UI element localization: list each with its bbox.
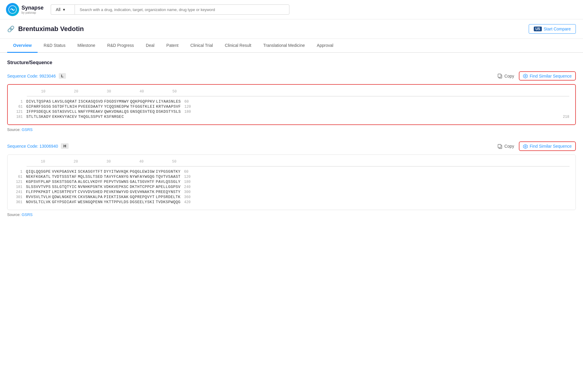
ruler-tick: 50 (158, 160, 191, 164)
find-similar-icon-1 (523, 73, 528, 78)
source-link-2[interactable]: GSRS (21, 212, 33, 217)
seq-line: 121 IFPPSDEQLK SGTASVVCLL NNFYPREAKV QWK… (14, 109, 569, 114)
sequence-block-1: Sequence Code: 9923046 L Copy (7, 71, 576, 132)
logo-area: Synapse by patsnap (6, 3, 44, 16)
seq-line: 61 GIPARFSGSG SGTDFTLNIH PVEEEDAATY YCQQ… (14, 104, 569, 109)
sequence-code-1: Sequence Code: 9923046 (7, 74, 56, 78)
seq-line: 181 SLSSVVTVPS SSLGTQTYIC NVNHKPSNTK VDK… (13, 185, 570, 189)
svg-marker-8 (523, 144, 528, 149)
sequence-header-2: Sequence Code: 13006940 H Copy (7, 141, 576, 151)
copy-icon-1 (498, 73, 502, 78)
tab-deal[interactable]: Deal (140, 39, 161, 53)
seq-line: 301 RVVSVLTVLH QDWLNGKEYK CKVSNKALPA PIE… (13, 195, 570, 199)
search-input[interactable] (75, 4, 289, 15)
drug-title-left: 🔗 Brentuximab Vedotin (7, 25, 84, 33)
sequence-code-2: Sequence Code: 13006940 (7, 144, 58, 149)
source-line-1: Source: GSRS (7, 127, 576, 132)
tab-approval[interactable]: Approval (311, 39, 339, 53)
sequence-block-2: Sequence Code: 13006940 H Copy (7, 141, 576, 217)
compare-count: U5 (534, 27, 542, 31)
source-link-1[interactable]: GSRS (21, 127, 33, 132)
find-similar-label-2: Find Similar Sequence (530, 144, 572, 149)
copy-label-2: Copy (504, 144, 514, 149)
search-area: All ▾ (51, 4, 289, 15)
sequence-badge-2: H (61, 143, 68, 149)
drug-name: Brentuximab Vedotin (18, 25, 84, 33)
source-line-2: Source: GSRS (7, 212, 576, 217)
search-type-label: All (56, 7, 61, 12)
find-similar-button-1[interactable]: Find Similar Sequence (519, 71, 576, 81)
sequence-box-1: 10 20 30 40 50 1 DIVLTQSPAS LAVSLGQRAT I… (7, 84, 576, 125)
compare-label: Start Compare (544, 27, 571, 31)
sequence-actions-1: Copy Find Similar Sequence (498, 71, 576, 81)
drug-icon: 🔗 (7, 25, 15, 33)
tabs-nav: Overview R&D Status Milestone R&D Progre… (0, 39, 583, 53)
ruler-tick: 10 (27, 160, 59, 164)
seq-line: 361 NOVSLTCLVK GFYPSDIAVF WESNGQPENN YKT… (13, 200, 570, 204)
header: Synapse by patsnap All ▾ (0, 0, 583, 19)
sequence-box-2[interactable]: 10 20 30 40 50 1 QIQLQQSGPE VVKPGASVKI S… (7, 155, 576, 210)
ruler-tick: 20 (60, 89, 92, 94)
find-similar-button-2[interactable]: Find Similar Sequence (519, 141, 576, 151)
copy-icon-2 (498, 143, 502, 149)
svg-point-1 (12, 9, 13, 10)
ruler-tick: 50 (158, 89, 191, 94)
source-label-1: Source: (7, 127, 21, 132)
sequence-actions-2: Copy Find Similar Sequence (498, 141, 576, 151)
seq-line: 61 NEKFKGKATL TVDTSSSTAF MQLSSLTSED TAVY… (13, 175, 570, 179)
ruler-line-2 (27, 166, 570, 166)
svg-rect-3 (498, 74, 501, 77)
seq-line: 1 DIVLTQSPAS LAVSLGQRAT ISCKASQSVD FDGDS… (14, 99, 569, 104)
logo-sub: by patsnap (21, 11, 44, 14)
svg-point-9 (525, 146, 526, 147)
source-label-2: Source: (7, 212, 21, 217)
seq-line: 1 QIQLQQSGPE VVKPGASVKI SCKASGYTFT DYYIT… (13, 169, 570, 174)
svg-rect-7 (498, 144, 501, 148)
sequence-ruler-2: 10 20 30 40 50 (13, 160, 570, 164)
copy-button-2[interactable]: Copy (498, 143, 514, 149)
logo-name: Synapse (21, 5, 44, 11)
seq-line: 241 FLFPPKPKDT LMISRTPEVT CVVVDVSHED PEV… (13, 190, 570, 194)
tab-rd-progress[interactable]: R&D Progress (101, 39, 140, 53)
seq-line: 121 KGPSVFPLAP SSKSTSGGTA ALGCLVKDYF PEP… (13, 180, 570, 184)
tab-rd-status[interactable]: R&D Status (38, 39, 71, 53)
tab-clinical-trial[interactable]: Clinical Trial (184, 39, 219, 53)
sequence-header-1: Sequence Code: 9923046 L Copy (7, 71, 576, 81)
ruler-tick: 20 (59, 160, 92, 164)
logo-icon (6, 3, 19, 16)
ruler-tick: 40 (125, 160, 158, 164)
sequence-code-area-2: Sequence Code: 13006940 H (7, 143, 69, 149)
main-content: Structure/Sequence Sequence Code: 992304… (0, 53, 583, 234)
tab-milestone[interactable]: Milestone (71, 39, 101, 53)
sequence-code-area-1: Sequence Code: 9923046 L (7, 73, 66, 79)
search-type-select[interactable]: All ▾ (51, 4, 75, 15)
find-similar-icon-2 (523, 143, 528, 149)
tab-patent[interactable]: Patent (161, 39, 184, 53)
drug-title-bar: 🔗 Brentuximab Vedotin U5 Start Compare (0, 19, 583, 39)
tab-translational-medicine[interactable]: Translational Medicine (257, 39, 311, 53)
copy-button-1[interactable]: Copy (498, 73, 514, 78)
ruler-line-1 (27, 96, 569, 96)
start-compare-button[interactable]: U5 Start Compare (529, 24, 576, 34)
ruler-tick: 30 (92, 160, 125, 164)
ruler-tick: 40 (125, 89, 158, 94)
copy-label-1: Copy (504, 74, 514, 78)
chevron-down-icon: ▾ (63, 7, 65, 12)
seq-line: 181 STLTLSKADY EKHKVYACEV THQGLSSPVT KSF… (14, 115, 569, 119)
tab-clinical-result[interactable]: Clinical Result (219, 39, 257, 53)
svg-marker-4 (523, 74, 528, 78)
sequence-ruler-1: 10 20 30 40 50 (14, 89, 569, 94)
ruler-tick: 10 (27, 89, 60, 94)
logo-text: Synapse by patsnap (21, 5, 44, 14)
sequence-badge-1: L (59, 73, 66, 79)
find-similar-label-1: Find Similar Sequence (530, 74, 572, 78)
tab-overview[interactable]: Overview (7, 39, 38, 53)
section-title: Structure/Sequence (7, 60, 576, 65)
ruler-tick: 30 (92, 89, 125, 94)
svg-point-5 (525, 75, 526, 77)
